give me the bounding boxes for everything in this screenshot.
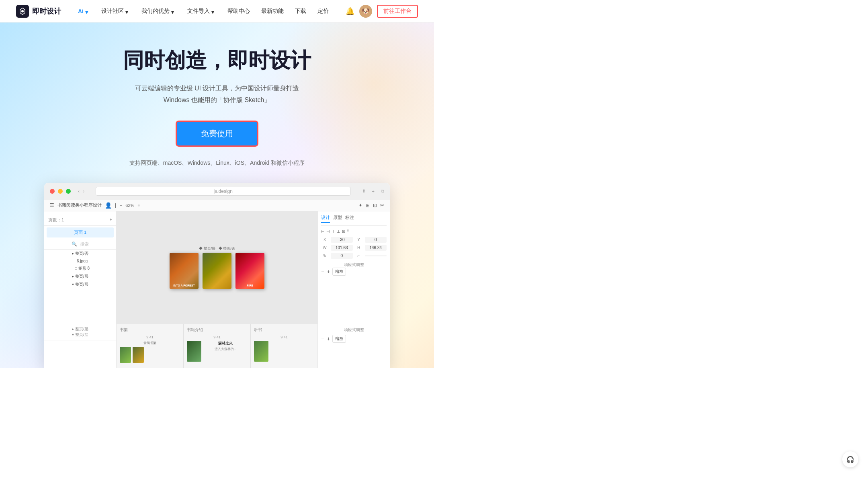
corner-label: ⌐ [355,254,362,258]
tool-icon-1[interactable]: ✦ [358,203,362,208]
nav-item-pricing[interactable]: 定价 [313,5,334,17]
nav-item-ai[interactable]: Ai ▾ [73,6,95,17]
h-value[interactable]: 146.34 [365,245,387,251]
chevron-down-icon: ▾ [211,9,216,14]
search-box[interactable]: 🔍 搜索 [44,239,116,250]
align-icon-1[interactable]: ⊢ [321,229,325,233]
layer-item-5[interactable]: ▾ 整页/层 [44,280,116,289]
menu-icon[interactable]: ☰ [50,203,54,208]
book-title: 森林之火 [204,341,247,346]
bell-icon[interactable]: 🔔 [346,7,354,16]
book-intro-content: 森林之火 进入大森林的... [187,341,247,362]
layer-item-2[interactable]: 6.jpeg [44,258,116,264]
bookshelf-header: 书架 [120,327,180,333]
hero-title: 同时创造，即时设计 [16,47,418,75]
y-label: Y [355,237,362,242]
layer-item-3[interactable]: □ 矩形 8 [44,264,116,272]
align-icon-2[interactable]: ⊣ [326,229,330,233]
plus-btn[interactable]: + [327,268,330,275]
search-icon: 🔍 [72,242,77,246]
bookshelf-panel: 书架 9:41 云阅书架 [117,324,183,368]
traffic-light-red[interactable] [50,189,55,194]
x-value[interactable]: -30 [331,237,353,243]
bottom-sidebar: ▸ 整页/层 ▾ 整页/层 [44,324,117,368]
canvas-card-3: FIRE [235,253,264,289]
chevron-down-icon: ▾ [171,9,176,14]
mockup-bottom-panels: ▸ 整页/层 ▾ 整页/层 书架 9:41 云阅书架 [44,324,390,368]
zoom-option-2[interactable]: 缩放 [332,335,346,343]
nav-item-download[interactable]: 下载 [290,5,311,17]
logo-text: 即时设计 [32,6,61,16]
book-intro-panel: 书籍介绍 9:41 森林之火 进入大森林的... [184,324,250,368]
tab-icon[interactable]: ⧉ [381,188,384,194]
right-panel-tabs: 设计 原型 标注 [321,215,387,226]
layer-item-1[interactable]: ▸ 整页/否 [44,250,116,258]
layer-sub-2[interactable]: ▾ 整页/层 [48,332,112,338]
layer-sub-1[interactable]: ▸ 整页/层 [48,326,112,332]
tool-icon-3[interactable]: ⊡ [373,203,377,208]
minus-btn-2[interactable]: − [321,336,324,342]
zoom-level[interactable]: 62% [125,203,134,208]
align-icon-3[interactable]: ⊤ [332,229,335,233]
header-right: 🔔 🐶 前往工作台 [346,5,418,18]
audiobook-panel: 听书 9:41 [251,324,317,368]
w-property-row: W 101.63 H 146.34 [321,245,387,251]
audiobook-cover [254,341,268,362]
tool-icon-4[interactable]: ✂ [380,203,384,208]
tab-prototype[interactable]: 原型 [333,215,342,223]
audiobook-header: 听书 [254,327,314,333]
bookshelf-books [120,347,180,363]
mockup-right-panel: 设计 原型 标注 ⊢ ⊣ ⊤ ⊥ ⊞ ⠿ X -30 Y 0 [317,211,390,324]
tab-annotation[interactable]: 标注 [345,215,354,223]
w-label: W [321,246,328,250]
tool-icon-2[interactable]: ⊞ [366,203,370,208]
add-page-icon[interactable]: + [110,217,112,223]
logo-icon [16,5,29,18]
app-mockup: ‹ › js.design ⬆ + ⧉ ☰ 书籍阅读类小程序设计 👤 | − 6… [44,183,390,368]
nav-item-help[interactable]: 帮助中心 [223,5,255,17]
audiobook-content [254,341,314,362]
url-bar[interactable]: js.design [96,187,351,196]
traffic-light-green[interactable] [66,189,71,194]
x-property-row: X -30 Y 0 [321,237,387,243]
w-value[interactable]: 101.63 [331,245,353,251]
minus-icon[interactable]: − [119,203,122,208]
minus-btn[interactable]: − [321,268,324,275]
h-label: H [355,246,362,250]
layer-item-4[interactable]: ▸ 整页/层 [44,272,116,280]
nav-forward-icon[interactable]: › [83,188,84,194]
align-icon-5[interactable]: ⊞ [342,229,345,233]
book-author: 进入大森林的... [204,347,247,351]
nav-item-advantages[interactable]: 我们的优势 ▾ [137,5,181,17]
corner-value[interactable] [365,255,387,256]
align-icon-4[interactable]: ⊥ [337,229,340,233]
book-cover-1 [187,341,201,362]
phone-time-1: 9:41 [120,335,180,339]
page-item[interactable]: 页面 1 [47,227,114,237]
plus-icon[interactable]: + [137,203,140,208]
align-icon-6[interactable]: ⠿ [347,229,350,233]
add-tab-icon[interactable]: + [372,189,375,194]
avatar[interactable]: 🐶 [359,5,372,18]
logo-area[interactable]: 即时设计 [16,5,61,18]
mockup-titlebar: ‹ › js.design ⬆ + ⧉ [44,183,390,200]
nav-back-icon[interactable]: ‹ [78,188,80,194]
bottom-main-panels: 书架 9:41 云阅书架 书籍介绍 9:41 [117,324,317,368]
free-use-button[interactable]: 免费使用 [176,121,258,147]
nav-item-community[interactable]: 设计社区 ▾ [96,5,135,17]
plus-btn-2[interactable]: + [327,336,330,342]
avatar-toolbar: 👤 [105,202,112,209]
tab-design[interactable]: 设计 [321,215,330,223]
y-value[interactable]: 0 [365,237,387,243]
share-icon[interactable]: ⬆ [362,188,366,194]
chevron-down-icon: ▾ [125,9,130,14]
goto-workspace-button[interactable]: 前往工作台 [377,5,418,18]
toolbar-separator: | [115,203,116,208]
mockup-canvas[interactable]: ◆ 整页/层 ◆ 整页/否 INTO A FOREST FIRE [117,211,317,324]
nav-item-import[interactable]: 文件导入 ▾ [182,5,221,17]
traffic-light-yellow[interactable] [58,189,63,194]
nav-item-features[interactable]: 最新功能 [256,5,289,17]
rotate-value[interactable]: 0 [331,253,353,259]
zoom-option[interactable]: 缩放 [332,268,346,276]
header: 即时设计 Ai ▾ 设计社区 ▾ 我们的优势 ▾ 文件导入 ▾ 帮助中心 最新功… [0,0,434,23]
